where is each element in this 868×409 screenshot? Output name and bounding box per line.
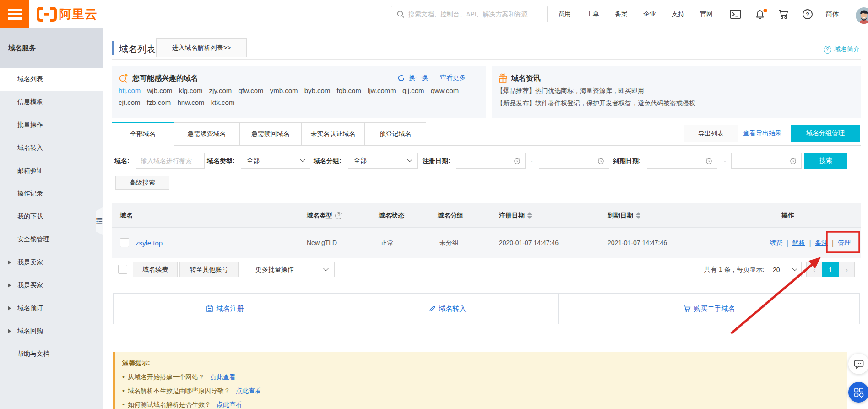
- view-more-domains-link[interactable]: 查看更多: [440, 74, 466, 82]
- refresh-domains-link[interactable]: 换一换: [409, 74, 428, 82]
- tab-redeem-urgent[interactable]: 急需赎回域名: [240, 122, 302, 146]
- group-filter-select[interactable]: 全部: [348, 153, 418, 169]
- sidebar-item-domain-list[interactable]: 域名列表: [0, 68, 103, 91]
- transfer-in-link[interactable]: 域名转入: [336, 294, 558, 324]
- workbench-grid-icon: [854, 387, 864, 398]
- enter-dns-list-button[interactable]: 进入域名解析列表>>: [156, 38, 247, 57]
- table-header: 域名 域名类型? 域名状态 域名分组 注册日期 到期日期 操作: [112, 203, 861, 228]
- sidebar-item-op-records[interactable]: 操作记录: [0, 182, 103, 205]
- sidebar-item-buyback[interactable]: 域名回购: [0, 320, 103, 343]
- suggested-domain[interactable]: zjy.com: [209, 87, 232, 94]
- search-button[interactable]: 搜索: [804, 153, 847, 169]
- news-line[interactable]: 【爆品推荐】热门优选商标，海量资源库，即买即用: [497, 87, 644, 95]
- domain-intro-link[interactable]: ? 域名简介: [824, 45, 860, 54]
- news-line[interactable]: 【新品发布】软件著作权登记，保护开发者权益，避免代码被盗或侵权: [497, 99, 695, 108]
- suggested-domain[interactable]: cjt.com: [119, 98, 141, 106]
- dns-action-link[interactable]: 解析: [792, 239, 805, 247]
- suggested-domain[interactable]: byb.com: [304, 87, 331, 94]
- avatar[interactable]: [856, 7, 868, 24]
- tip-view-link[interactable]: 点此查看: [210, 373, 236, 381]
- export-list-button[interactable]: 导出列表: [684, 125, 738, 142]
- sidebar-collapse-handle[interactable]: [94, 207, 103, 235]
- suggested-domain[interactable]: ktk.com: [211, 98, 235, 106]
- remark-action-link[interactable]: 备注: [815, 239, 828, 247]
- topnav-item-support[interactable]: 支持: [672, 10, 684, 18]
- suggested-domain[interactable]: htj.com: [119, 87, 141, 94]
- col-status: 域名状态: [379, 203, 404, 228]
- help-circle-icon[interactable]: ?: [335, 212, 342, 219]
- workbench-button[interactable]: [848, 382, 868, 403]
- select-all-checkbox[interactable]: [118, 265, 127, 274]
- feedback-chat-button[interactable]: [848, 354, 868, 374]
- tab-renew-urgent[interactable]: 急需续费域名: [174, 122, 240, 146]
- sidebar-item-batch-ops[interactable]: 批量操作: [0, 114, 103, 136]
- exp-date-start-input[interactable]: [647, 153, 717, 169]
- tips-title: 温馨提示:: [122, 359, 847, 367]
- batch-transfer-button[interactable]: 转至其他账号: [179, 262, 239, 277]
- advanced-search-button[interactable]: 高级搜索: [115, 176, 169, 190]
- sidebar-item-seller[interactable]: 我是卖家: [0, 251, 103, 274]
- view-export-result-link[interactable]: 查看导出结果: [743, 129, 781, 137]
- suggested-domain[interactable]: qjj.com: [402, 87, 424, 94]
- console-terminal-icon[interactable]: [730, 0, 741, 28]
- tab-not-verified[interactable]: 未实名认证域名: [302, 122, 365, 146]
- topnav-item-website[interactable]: 官网: [700, 10, 713, 18]
- suggested-domain[interactable]: klg.com: [179, 87, 203, 94]
- sort-icon[interactable]: [636, 212, 640, 219]
- language-switch[interactable]: 简体: [825, 0, 839, 28]
- tab-all-domains[interactable]: 全部域名: [112, 122, 174, 146]
- domain-filter-input[interactable]: [136, 153, 204, 168]
- topnav-item-ticket[interactable]: 工单: [586, 10, 599, 18]
- sort-icon[interactable]: [527, 212, 532, 219]
- reg-date-start-input[interactable]: [456, 153, 526, 169]
- suggested-domain[interactable]: qww.com: [431, 87, 459, 94]
- buy-secondhand-link[interactable]: 购买二手域名: [558, 294, 859, 324]
- suggested-domain[interactable]: fqb.com: [337, 87, 361, 94]
- topnav-item-billing[interactable]: 费用: [558, 10, 571, 18]
- suggested-domain[interactable]: ymb.com: [270, 87, 298, 94]
- notification-bell-icon[interactable]: [755, 0, 768, 28]
- sidebar-item-info-template[interactable]: 信息模板: [0, 91, 103, 114]
- register-domain-link[interactable]: 域名注册: [114, 294, 336, 324]
- domain-link[interactable]: zsyle.top: [136, 228, 163, 258]
- topnav-item-enterprise[interactable]: 企业: [643, 10, 656, 18]
- next-page-button[interactable]: ›: [839, 262, 854, 277]
- suggested-domain[interactable]: ljw.comm: [368, 87, 396, 94]
- suggested-domain[interactable]: qfw.com: [238, 87, 263, 94]
- hamburger-menu-button[interactable]: [0, 0, 29, 28]
- tip-view-link[interactable]: 点此查看: [217, 401, 242, 408]
- sidebar-item-email-verify[interactable]: 邮箱验证: [0, 159, 103, 182]
- tab-preregister[interactable]: 预登记域名: [365, 122, 426, 146]
- filter-bar: 域名: 域名类型: 全部 域名分组: 全部 注册日期: - 到期日期: - 搜索: [112, 153, 861, 169]
- sidebar-item-buyer[interactable]: 我是买家: [0, 274, 103, 297]
- help-icon[interactable]: ?: [802, 0, 813, 28]
- tip-view-link[interactable]: 点此查看: [236, 387, 261, 394]
- domain-group-manage-button[interactable]: 域名分组管理: [791, 125, 860, 142]
- suggested-domain[interactable]: fzb.com: [147, 98, 171, 106]
- global-search-input[interactable]: [408, 11, 547, 18]
- prev-page-button[interactable]: ‹: [807, 262, 822, 277]
- topnav-item-icp[interactable]: 备案: [615, 10, 628, 18]
- aliyun-logo[interactable]: 阿里云: [36, 0, 98, 28]
- topnav: 费用 工单 备案 企业 支持 官网: [558, 0, 713, 28]
- current-page[interactable]: 1: [822, 262, 839, 277]
- sidebar-item-preorder[interactable]: 域名预订: [0, 297, 103, 320]
- sidebar-item-help-docs[interactable]: 帮助与文档: [0, 343, 103, 365]
- manage-action-link[interactable]: 管理: [838, 239, 851, 247]
- suggested-domain[interactable]: hnw.com: [177, 98, 204, 106]
- pager: ‹ 1 ›: [806, 262, 855, 277]
- sidebar-item-security-lock[interactable]: 安全锁管理: [0, 228, 103, 251]
- renew-action-link[interactable]: 续费: [770, 239, 782, 247]
- cart-icon[interactable]: [778, 0, 789, 28]
- type-filter-select[interactable]: 全部: [241, 153, 310, 169]
- suggested-domain[interactable]: wjb.com: [147, 87, 173, 94]
- sidebar-item-transfer-in[interactable]: 域名转入: [0, 136, 103, 159]
- row-checkbox[interactable]: [120, 238, 129, 247]
- batch-renew-button[interactable]: 域名续费: [133, 262, 178, 277]
- global-search-box[interactable]: [391, 6, 548, 22]
- sidebar-item-my-downloads[interactable]: 我的下载: [0, 205, 103, 228]
- reg-date-end-input[interactable]: [539, 153, 609, 169]
- more-batch-ops-select[interactable]: 更多批量操作: [249, 262, 335, 277]
- exp-date-end-input[interactable]: [731, 153, 802, 169]
- page-size-select[interactable]: 20: [768, 262, 802, 277]
